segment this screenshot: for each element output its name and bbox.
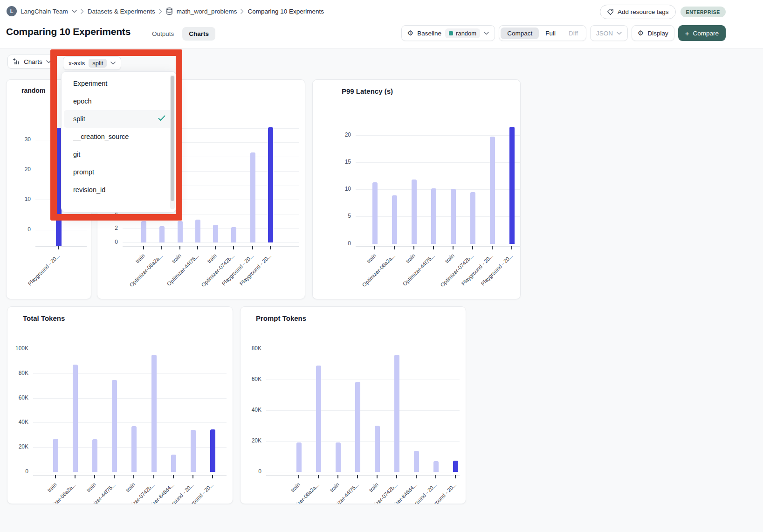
breadcrumb: L LangChain Team Datasets & Experiments … (7, 6, 324, 16)
x-axis-tick (55, 475, 56, 478)
x-axis-category-label: Playground - 20... (27, 253, 61, 287)
gridline (266, 410, 460, 411)
add-resource-tags-button[interactable]: Add resource tags (600, 5, 676, 19)
breadcrumb-current: Comparing 10 Experiments (247, 8, 324, 15)
bar (296, 442, 302, 472)
chart-title: Prompt Tokens (256, 314, 306, 322)
bar (375, 426, 380, 472)
x-axis-tick (197, 246, 198, 249)
x-axis-category-label: train (85, 482, 96, 493)
mode-diff[interactable]: Diff (562, 28, 584, 39)
x-axis-category-label: Optimizer-06a2a... (129, 253, 164, 288)
charts-menu-button[interactable]: Charts (7, 55, 57, 69)
y-axis-tick-label: 0 (7, 226, 31, 233)
gridline (356, 189, 521, 190)
tab-outputs[interactable]: Outputs (145, 27, 180, 41)
toolbar: ⚙ Baseline random Compact Full Diff JSON (401, 25, 726, 41)
chevron-down-icon (110, 62, 116, 65)
x-axis-category-label: Optimizer-0742b... (364, 482, 399, 504)
chart-title: Total Tokens (23, 314, 65, 322)
tag-icon (607, 8, 614, 15)
y-axis-tick-label: 60K (7, 394, 28, 401)
bar (213, 225, 218, 242)
x-axis-tick (472, 246, 473, 249)
x-axis-tick (161, 246, 162, 249)
breadcrumb-dataset[interactable]: math_word_problems (177, 8, 237, 15)
bar-baseline (210, 429, 215, 472)
bar (431, 188, 436, 244)
dropdown-item-label: revision_id (73, 186, 105, 193)
gridline (33, 349, 227, 349)
baseline-selector[interactable]: ⚙ Baseline random (401, 25, 495, 41)
page-title: Comparing 10 Experiments (6, 26, 131, 37)
chart-card-total-tokens: Total Tokens 020K40K60K80K100KtrainOptim… (7, 306, 233, 504)
xaxis-dropdown-items: Experimentepochsplit__creation_sourcegit… (62, 75, 176, 199)
x-axis-tick (143, 246, 144, 249)
breadcrumb-separator-icon (241, 9, 244, 14)
x-axis-tick (270, 246, 271, 249)
x-axis-category-label: Optimizer-0742b... (121, 482, 156, 504)
breadcrumb-datasets-experiments[interactable]: Datasets & Experiments (88, 8, 155, 15)
x-axis-tick (58, 246, 59, 249)
view-tabs: Outputs Charts (145, 26, 215, 41)
dropdown-item-experiment[interactable]: Experiment (64, 75, 174, 92)
chevron-down-icon (46, 60, 51, 63)
dropdown-item--creation-source[interactable]: __creation_source (64, 128, 174, 145)
x-axis-tick (413, 246, 414, 249)
x-axis-tick (433, 246, 434, 249)
x-axis-line (33, 475, 227, 476)
add-chart-icon (13, 58, 20, 65)
x-axis-category-label: Playground - 20... (239, 253, 273, 287)
y-axis-tick-label: 40K (241, 407, 261, 413)
mode-full[interactable]: Full (539, 28, 562, 39)
dropdown-item-split[interactable]: split (64, 110, 174, 128)
compare-button[interactable]: + Compare (678, 25, 726, 41)
dropdown-item-prompt[interactable]: prompt (64, 163, 174, 181)
y-axis-tick-label: 0 (241, 468, 261, 475)
x-axis-category-label: Optimizer-0742b... (440, 253, 474, 288)
x-axis-tick (173, 475, 174, 478)
gridline (266, 380, 460, 380)
tab-charts[interactable]: Charts (182, 27, 215, 41)
gridline (33, 398, 227, 399)
y-axis-tick-label: 40K (7, 419, 28, 425)
xaxis-selector-button[interactable]: x-axis split (63, 56, 121, 70)
bar (53, 439, 58, 472)
x-axis-tick (298, 475, 299, 478)
x-axis-tick (374, 246, 375, 249)
dropdown-item-git[interactable]: git (64, 145, 174, 163)
bar (412, 180, 417, 244)
y-axis-tick-label: 20 (313, 131, 351, 138)
team-avatar[interactable]: L (7, 6, 17, 16)
gridline (266, 349, 460, 349)
bar (490, 137, 495, 244)
y-axis-tick-label: 100K (7, 345, 28, 352)
database-icon (166, 7, 173, 15)
dropdown-item-revision-id[interactable]: revision_id (64, 181, 174, 199)
bar (195, 220, 200, 242)
json-label: JSON (596, 30, 613, 37)
breadcrumb-team[interactable]: LangChain Team (21, 8, 68, 15)
gridline (356, 162, 521, 163)
chevron-down-icon[interactable] (72, 10, 77, 13)
dropdown-scrollbar-thumb[interactable] (171, 76, 174, 201)
display-button[interactable]: ⚙ Display (632, 25, 674, 41)
checkmark-icon (158, 115, 165, 123)
x-axis-tick (212, 475, 213, 478)
gridline (33, 447, 227, 448)
x-axis-category-label: Optimizer-44f75... (165, 253, 199, 287)
dropdown-item-epoch[interactable]: epoch (64, 92, 174, 110)
bar (231, 227, 236, 243)
chart-title: P99 Latency (s) (342, 87, 393, 95)
x-axis-tick (416, 475, 417, 478)
y-axis-tick-label: 15 (313, 159, 351, 165)
json-selector[interactable]: JSON (590, 25, 628, 41)
x-axis-line (35, 246, 87, 247)
chart-title: random (21, 87, 45, 94)
x-axis-category-label: Optimizer-44f75... (325, 482, 359, 504)
bar (433, 461, 439, 472)
gridline (356, 135, 521, 136)
dropdown-item-label: epoch (73, 97, 92, 105)
x-axis-category-label: train (171, 253, 182, 264)
mode-compact[interactable]: Compact (501, 28, 539, 39)
